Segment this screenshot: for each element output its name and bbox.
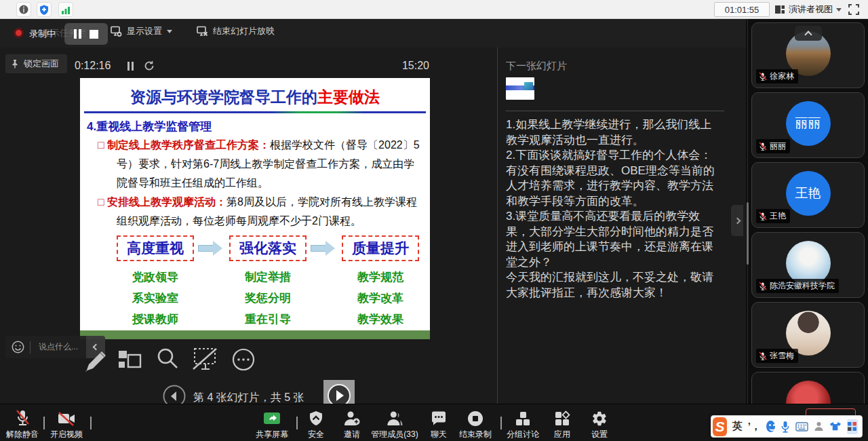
unmute-label: 解除静音 (6, 429, 39, 440)
fullscreen-icon[interactable] (848, 3, 860, 16)
pause-recording-button[interactable] (74, 29, 81, 39)
invite-label: 邀请 (343, 429, 361, 440)
display-settings-label: 显示设置 (127, 25, 162, 37)
view-mode-button[interactable]: 演讲者视图 (774, 2, 842, 17)
apps-label: 应用 (554, 429, 570, 440)
apps-button[interactable]: 应用 (554, 409, 570, 440)
note-paragraph: 2.下面谈谈就搞好督导工作的个人体会：有没有围绕课程思政、OBE理念等当前的人才… (506, 148, 722, 209)
share-options-chevron[interactable] (296, 418, 298, 430)
more-tools-button[interactable] (231, 347, 256, 372)
divider (506, 111, 724, 111)
flow-column: 党政领导 系实验室 授课教师 (104, 267, 206, 330)
invite-button[interactable]: 邀请 (343, 409, 361, 440)
participants-sidebar: 徐家林 丽丽 丽丽 王艳 王艳 陈浩安徽科技学院 (746, 19, 868, 404)
end-slideshow-button[interactable]: 结束幻灯片放映 (197, 25, 275, 37)
avatar: 丽丽 (786, 101, 831, 146)
share-screen-icon (256, 409, 288, 427)
participant-name-text: 王艳 (770, 210, 786, 222)
settings-button[interactable]: 设置 (591, 409, 608, 440)
participant-name-text: 徐家林 (770, 71, 794, 82)
manage-members-button[interactable]: 管理成员(33) (371, 409, 418, 440)
participant-tile[interactable]: 丽丽 丽丽 (751, 92, 865, 158)
flow-box: 高度重视 (117, 235, 194, 261)
ime-skin-icon[interactable] (829, 421, 842, 432)
flow-cell: 制定举措 (217, 267, 319, 288)
ime-language-toggle[interactable]: 英 (732, 420, 743, 433)
bullet-label: □ 安排线上教学观摩活动： (98, 196, 226, 208)
flow-column: 教学规范 教学改革 教学效果 (330, 267, 431, 330)
presenter-view-icon (774, 4, 785, 15)
lock-screen-label: 锁定画面 (24, 58, 59, 70)
pen-tool-button[interactable] (80, 341, 107, 376)
chat-input[interactable]: 说点什么... (31, 341, 86, 353)
slide-bullet: □ 制定线上教学秩序督查工作方案：根据学校文件（督导〔2022〕5号）要求，针对… (87, 136, 425, 193)
slide-bullet: □ 安排线上教学观摩活动：第8周及以后，学院对所有线上教学课程组织观摩活动，每位… (87, 193, 425, 231)
chevron-down-icon (167, 30, 172, 33)
start-video-label: 开启视频 (50, 429, 83, 440)
ime-punctuation-toggle[interactable]: ’， (748, 420, 761, 433)
wall-clock: 15:20 (397, 60, 429, 72)
view-mode-label: 演讲者视图 (789, 3, 833, 16)
apps-icon (554, 409, 570, 427)
share-screen-button[interactable]: 共享屏幕 (256, 409, 288, 440)
ime-toolbox-icon[interactable] (847, 419, 858, 434)
slide-heading: 4.重视线上教学监督管理 (87, 119, 212, 134)
start-video-button[interactable]: 开启视频 (50, 409, 83, 440)
participant-tile[interactable]: 张雪梅 (751, 302, 865, 368)
shield-plus-icon[interactable] (37, 2, 52, 17)
flow-cell: 教学规范 (330, 267, 431, 288)
breakout-blocks-icon (507, 409, 539, 427)
participant-tile[interactable]: 徐家林 (751, 22, 865, 88)
lock-screen-button[interactable]: 锁定画面 (5, 54, 67, 73)
note-paragraph: 3.课堂质量高不高还要看最后的教学效果，大部分学生大部分时间他的精力是否进入到老… (506, 209, 722, 270)
display-settings-icon (111, 26, 122, 37)
stop-recording-button[interactable] (90, 30, 98, 39)
unmute-button[interactable]: 解除静音 (6, 409, 39, 440)
next-slide-panel: 下一张幻灯片 1.如果线上教学继续进行，那么我们线上教学观摩活动也一直进行。 2… (497, 47, 746, 404)
next-slide-thumbnail[interactable] (506, 77, 534, 100)
laser-pointer-button[interactable] (191, 346, 219, 372)
chevron-down-icon (836, 8, 842, 12)
avatar-initials: 王艳 (795, 185, 821, 202)
presenter-main-area: 锁定画面 0:12:16 15:20 资源与环境学院督导工作的主要做法 4.重视… (0, 47, 497, 404)
timer-restart-button[interactable] (144, 60, 155, 71)
sidebar-collapse-button[interactable] (731, 205, 743, 236)
mic-options-chevron[interactable] (43, 418, 45, 430)
display-settings-button[interactable]: 显示设置 (111, 25, 172, 37)
chat-button[interactable]: 聊天 (431, 409, 447, 440)
ime-logo-icon[interactable]: S (713, 417, 727, 436)
note-paragraph: 1.如果线上教学继续进行，那么我们线上教学观摩活动也一直进行。 (506, 117, 722, 148)
zoom-tool-button[interactable] (155, 346, 180, 372)
recording-controls (64, 23, 108, 45)
flow-cell: 教学效果 (330, 309, 431, 330)
slide-body: □ 制定线上教学秩序督查工作方案：根据学校文件（督导〔2022〕5号）要求，针对… (87, 136, 425, 231)
participant-name-text: 张雪梅 (770, 350, 794, 362)
flow-box: 质量提升 (342, 235, 419, 261)
flow-cell: 教学改革 (330, 288, 431, 309)
speaker-notes: 1.如果线上教学继续进行，那么我们线上教学观摩活动也一直进行。 2.下面谈谈就搞… (506, 117, 722, 301)
participant-name: 王艳 (756, 209, 790, 223)
breakout-rooms-button[interactable]: 分组讨论 (507, 409, 539, 440)
emoji-icon[interactable] (5, 341, 30, 353)
participant-tile[interactable]: 王艳 王艳 (751, 162, 865, 228)
stop-recording-button[interactable]: 结束录制 (459, 409, 492, 440)
participant-tile[interactable]: 陈浩安徽科技学院 (751, 232, 865, 298)
timer-pause-button[interactable] (127, 62, 134, 71)
collapse-videos-button[interactable] (795, 26, 822, 41)
participant-name-text: 丽丽 (770, 140, 786, 152)
ime-emoji-icon[interactable] (766, 421, 775, 432)
slide-sorter-button[interactable] (117, 346, 143, 372)
info-icon[interactable] (16, 2, 31, 17)
scrollbar-thumb[interactable] (747, 202, 749, 265)
ime-mic-icon[interactable] (781, 421, 790, 433)
security-button[interactable]: 安全 (308, 409, 324, 440)
video-options-chevron[interactable] (90, 418, 92, 430)
record-options-chevron[interactable] (500, 418, 502, 430)
ime-person-icon[interactable] (814, 421, 824, 432)
slideshow-control-bar: 显示任务栏 录制中 显示设置 结束幻灯片放映 (0, 19, 746, 47)
ime-keyboard-icon[interactable] (795, 422, 808, 432)
meeting-window: 01:01:55 演讲者视图 显示任务栏 录制中 显示设置 结束幻灯片放映 (0, 0, 868, 441)
note-paragraph: 今天我的汇报就到这儿，不妥之处，敬请大家批评指正，再次感谢大家！ (506, 270, 722, 301)
chat-bubble-icon (431, 409, 447, 427)
signal-bars-icon[interactable] (58, 2, 73, 17)
